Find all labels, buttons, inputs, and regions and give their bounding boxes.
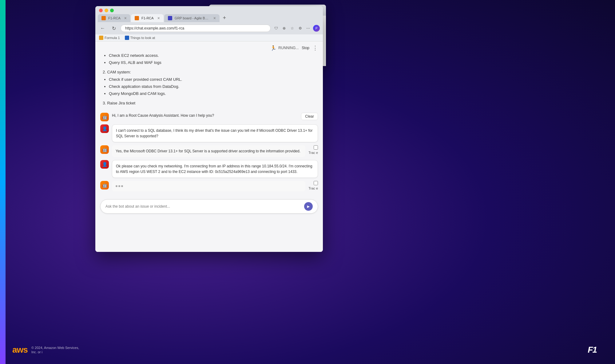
user-message-2-row: 👤 Ok please can you check my networking.… (100, 160, 318, 178)
aws-copyright: © 2024, Amazon Web Services, Inc. or i (31, 346, 81, 354)
bot-icon-1: 🤖 (102, 147, 107, 152)
loading-dots (116, 184, 302, 188)
profile-initial: P (315, 27, 318, 30)
dot-2 (118, 185, 120, 187)
user-icon-2: 👤 (102, 162, 107, 167)
initial-message-text: Hi, I am a Root Cause Analysis Assistant… (112, 113, 298, 118)
page-content: 🏃 RUNNING... Stop ⋮ Check EC2 network ac… (95, 41, 323, 252)
address-field[interactable]: https://chat.example.aws.com/f1-rca (121, 25, 271, 32)
f1-logo: F1 (588, 345, 597, 355)
tab-favicon-jira (168, 16, 172, 20)
tab-close-jira[interactable]: × (213, 16, 216, 20)
tab-f1rca-2[interactable]: F1-RCA × (131, 14, 164, 22)
bullet-section: Check EC2 network access. Query IIS, ALB… (95, 53, 323, 113)
bullet-iis: Query IIS, ALB and WAF logs (109, 60, 315, 66)
clear-button[interactable]: Clear (301, 113, 318, 120)
tab-f1rca-1[interactable]: F1-RCA × (98, 14, 130, 22)
trace-label-loading: Trac e (308, 186, 318, 190)
bookmark-things[interactable]: Things to look at (125, 36, 155, 40)
tab-close-1[interactable]: × (124, 16, 127, 20)
bullet-cam-datadog: Check application status from DataDog. (109, 84, 315, 90)
user-avatar-2: 👤 (100, 160, 109, 169)
stop-button[interactable]: Stop (302, 46, 309, 50)
user-message-2-text: Ok please can you check my networking. I… (112, 160, 318, 178)
bot-avatar-initial: 🤖 (100, 113, 109, 121)
tab-label-2: F1-RCA (141, 16, 154, 20)
user-message-1-text: I can't connect to a SQL database, I thi… (112, 124, 318, 142)
send-icon: ► (306, 204, 311, 209)
tab-close-2[interactable]: × (157, 16, 160, 20)
bookmark-label-things: Things to look at (130, 36, 155, 40)
bookmark-formula1[interactable]: Formula 1 (99, 36, 120, 40)
user-icon-1: 👤 (102, 126, 107, 131)
running-indicator: 🏃 RUNNING... (270, 45, 299, 51)
window-controls (99, 9, 114, 12)
new-tab-button[interactable]: + (220, 14, 229, 22)
bot-response-1-row: 🤖 Yes, the Microsoft ODBC Driver 13.1+ f… (100, 145, 318, 157)
bot-avatar-1: 🤖 (100, 145, 109, 154)
trace-checkbox-1[interactable]: Trac e (308, 145, 318, 155)
jira-label: 3. Raise Jira ticket (103, 100, 315, 107)
address-bar-row: ← ↻ https://chat.example.aws.com/f1-rca … (95, 22, 323, 34)
aws-logo-area: aws © 2024, Amazon Web Services, Inc. or… (12, 345, 81, 355)
browser-icons: 🛡 ⊕ ☆ ⚙ ⋯ P (273, 25, 320, 32)
user-message-1-row: 👤 I can't connect to a SQL database, I t… (100, 124, 318, 142)
bookmarks-bar: Formula 1 Things to look at (95, 34, 323, 41)
chat-input-wrapper: ► (100, 199, 318, 213)
tab-label-1: F1-RCA (108, 16, 121, 20)
back-button[interactable]: ← (98, 24, 107, 33)
maximize-button[interactable] (110, 9, 114, 12)
bullet-cam-url: Check if user provided correct CAM URL. (109, 76, 315, 83)
more-options-button[interactable]: ⋮ (312, 45, 318, 51)
aws-logo: aws (12, 345, 28, 355)
browser-window: F1-RCA × F1-RCA × GRP board - Agile Boar… (95, 6, 323, 252)
bookmark-label-formula1: Formula 1 (105, 36, 120, 40)
cam-check-list: Check if user provided correct CAM URL. … (103, 76, 315, 97)
dot-1 (116, 185, 117, 187)
tab-jira[interactable]: GRP board - Agile Board - Jira × (164, 14, 220, 22)
trace-check-1[interactable] (314, 145, 318, 150)
user-avatar-1: 👤 (100, 124, 109, 133)
bot-avatar-icon: 🤖 (102, 115, 107, 119)
profile-avatar[interactable]: P (313, 25, 320, 32)
minimize-button[interactable] (105, 9, 108, 12)
refresh-button[interactable]: ↻ (109, 24, 118, 33)
trace-label-1: Trac e (308, 151, 318, 155)
bot-loading-content (112, 181, 305, 191)
cam-system-label: 2. CAM system: (103, 69, 315, 76)
bot-response-1-text: Yes, the Microsoft ODBC Driver 13.1+ for… (112, 145, 305, 157)
bookmark-icon-things (125, 36, 129, 40)
chat-input-field[interactable] (105, 204, 301, 209)
trace-check-loading[interactable] (314, 181, 318, 185)
left-accent-bar (0, 0, 6, 364)
bookmark-icon-formula1 (99, 36, 103, 40)
settings-icon[interactable]: ⚙ (297, 25, 303, 31)
initial-message-row: 🤖 Hi, I am a Root Cause Analysis Assista… (100, 113, 318, 121)
menu-icon[interactable]: ⋯ (305, 25, 311, 31)
bot-loading-row: 🤖 Trac e (100, 181, 318, 191)
bullet-cam-mongo: Query MongoDB and CAM logs. (109, 91, 315, 97)
browser-chrome: F1-RCA × F1-RCA × GRP board - Agile Boar… (95, 6, 323, 41)
chat-input-area: ► (95, 196, 323, 218)
chat-area: 🤖 Hi, I am a Root Cause Analysis Assista… (95, 113, 323, 196)
tab-favicon-1 (101, 16, 106, 20)
title-bar (95, 6, 323, 12)
star-icon[interactable]: ☆ (289, 25, 295, 31)
runner-icon: 🏃 (270, 45, 276, 51)
running-status-text: RUNNING... (278, 46, 299, 50)
close-button[interactable] (99, 9, 103, 12)
network-check-list: Check EC2 network access. Query IIS, ALB… (103, 53, 315, 66)
tab-label-jira: GRP board - Agile Board - Jira (175, 16, 210, 20)
bot-avatar-loading: 🤖 (100, 181, 109, 190)
initial-message-content: Hi, I am a Root Cause Analysis Assistant… (112, 113, 318, 120)
trace-checkbox-loading[interactable]: Trac e (308, 181, 318, 190)
tabs-bar: F1-RCA × F1-RCA × GRP board - Agile Boar… (95, 12, 323, 22)
dot-3 (121, 185, 123, 187)
page-header: 🏃 RUNNING... Stop ⋮ (95, 41, 323, 53)
bullet-ec2: Check EC2 network access. (109, 53, 315, 59)
extensions-icon[interactable]: ⊕ (281, 25, 287, 31)
shield-icon: 🛡 (273, 25, 279, 31)
tab-favicon-2 (135, 16, 139, 20)
bot-icon-loading: 🤖 (102, 183, 107, 188)
send-button[interactable]: ► (304, 202, 313, 211)
